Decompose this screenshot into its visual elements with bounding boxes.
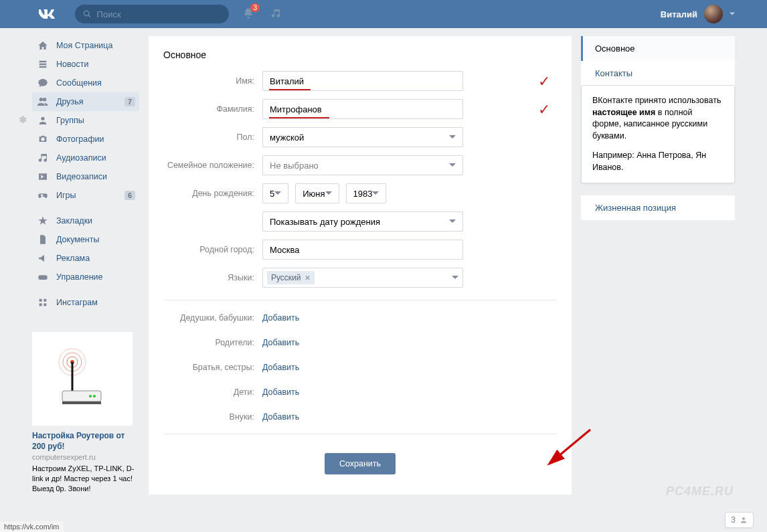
nav-docs[interactable]: Документы: [32, 230, 139, 249]
avatar: [704, 5, 723, 23]
check-icon: ✓: [538, 73, 550, 90]
nav-groups[interactable]: Группы: [32, 111, 139, 130]
nav-secondary: Закладки Документы Реклама Управление: [32, 211, 139, 286]
label-siblings: Братья, сестры:: [163, 363, 262, 372]
nav-my-page[interactable]: Моя Страница: [32, 36, 139, 55]
marital-select[interactable]: Не выбрано: [262, 155, 463, 175]
nav-label: Управление: [56, 272, 103, 282]
nav-photos[interactable]: Фотографии: [32, 130, 139, 149]
nav-messages[interactable]: Сообщения: [32, 74, 139, 92]
manage-icon: [37, 272, 48, 282]
languages-select[interactable]: Русский×: [262, 268, 463, 288]
music-button[interactable]: [270, 8, 281, 21]
nav-label: Видеозаписи: [56, 172, 107, 181]
settings-tabs-sidebar: Основное Контакты ВКонтакте принято испо…: [581, 36, 735, 495]
nav-label: Новости: [56, 60, 88, 69]
bday-year-select[interactable]: 1983: [346, 183, 387, 203]
notifications-button[interactable]: 3: [242, 7, 254, 21]
ad-text: Настроим ZyXEL, TP-LINK, D-link и др! Ма…: [32, 464, 139, 494]
gear-icon: [17, 115, 27, 124]
select-value: 1983: [353, 189, 373, 199]
last-name-input[interactable]: [262, 99, 463, 119]
check-icon: ✓: [538, 101, 550, 118]
chevron-down-icon: [325, 190, 332, 197]
chevron-down-icon: [730, 11, 735, 17]
audio-icon: [37, 153, 48, 163]
label-bday: День рождения:: [163, 189, 262, 198]
bday-visibility-select[interactable]: Показывать дату рождения: [262, 211, 463, 232]
tabs-panel-2: Жизненная позиция: [581, 195, 735, 220]
label-parents: Родители:: [163, 338, 262, 347]
chevron-down-icon: [372, 190, 379, 197]
ad-image: [32, 332, 133, 426]
nav-friends[interactable]: Друзья7: [32, 92, 139, 111]
topbar: 3 Виталий: [0, 0, 767, 28]
nav-label: Фотографии: [56, 135, 104, 144]
add-grandchildren-link[interactable]: Добавить: [262, 412, 299, 422]
hometown-input[interactable]: [262, 240, 463, 260]
select-value: 5: [270, 189, 274, 199]
ads-icon: [37, 253, 48, 264]
nav-bookmarks[interactable]: Закладки: [32, 211, 139, 230]
label-last-name: Фамилия:: [163, 104, 262, 114]
svg-rect-0: [39, 299, 42, 302]
chevron-down-icon: [449, 162, 456, 169]
tab-contacts[interactable]: Контакты: [581, 61, 735, 86]
nav-games[interactable]: Игры6: [32, 186, 139, 205]
docs-icon: [37, 234, 48, 245]
tag-label: Русский: [271, 273, 301, 282]
divider: [163, 300, 557, 300]
nav-label: Инстаграм: [56, 298, 98, 307]
search-input[interactable]: [97, 9, 221, 19]
svg-rect-3: [44, 303, 46, 306]
nav-count: 6: [124, 191, 135, 200]
nav-ads[interactable]: Реклама: [32, 249, 139, 268]
video-icon: [37, 171, 48, 182]
profile-edit-panel: Основное Имя: ✓ Фамилия: ✓: [149, 36, 572, 495]
advertisement[interactable]: Настройка Роутеров от 200 руб! computers…: [32, 332, 139, 494]
svg-rect-10: [62, 402, 101, 404]
vk-logo[interactable]: [32, 5, 62, 23]
groups-icon: [37, 115, 48, 126]
divider: [163, 434, 557, 434]
add-children-link[interactable]: Добавить: [262, 387, 299, 397]
nav-video[interactable]: Видеозаписи: [32, 167, 139, 186]
name-hint-tooltip: ВКонтакте принято использовать настоящее…: [581, 85, 735, 183]
settings-gear-button[interactable]: [17, 115, 27, 126]
label-marital: Семейное положение:: [163, 161, 262, 170]
nav-news[interactable]: Новости: [32, 55, 139, 74]
select-value: Показывать дату рождения: [270, 217, 380, 227]
select-value: Июня: [303, 189, 325, 199]
add-grandparents-link[interactable]: Добавить: [262, 313, 299, 323]
nav-label: Друзья: [56, 97, 84, 106]
tab-life-position[interactable]: Жизненная позиция: [581, 195, 735, 220]
label-grandparents: Дедушки, бабушки:: [163, 313, 262, 323]
search-icon: [83, 9, 92, 19]
search-box[interactable]: [75, 5, 229, 23]
nav-label: Моя Страница: [56, 41, 112, 50]
tab-main[interactable]: Основное: [581, 36, 735, 61]
nav-audio[interactable]: Аудиозаписи: [32, 149, 139, 167]
save-button[interactable]: Сохранить: [325, 453, 396, 474]
svg-point-12: [89, 395, 92, 397]
svg-rect-1: [44, 299, 46, 302]
chevron-down-icon: [449, 134, 456, 141]
games-icon: [37, 190, 48, 201]
user-menu[interactable]: Виталий: [661, 5, 735, 23]
messages-icon: [37, 78, 48, 88]
tabs-panel: Основное Контакты: [581, 36, 735, 86]
label-grandchildren: Внуки:: [163, 412, 262, 422]
gender-select[interactable]: мужской: [262, 127, 463, 147]
remove-tag-button[interactable]: ×: [305, 273, 311, 282]
first-name-input[interactable]: [262, 71, 463, 91]
nav-instagram[interactable]: Инстаграм: [32, 293, 139, 312]
add-parents-link[interactable]: Добавить: [262, 338, 299, 347]
bday-day-select[interactable]: 5: [262, 183, 288, 203]
nav-label: Реклама: [56, 254, 90, 263]
nav-manage[interactable]: Управление: [32, 268, 139, 286]
ad-title: Настройка Роутеров от 200 руб!: [32, 431, 139, 452]
svg-point-11: [93, 395, 96, 397]
bday-month-select[interactable]: Июня: [295, 183, 339, 203]
add-siblings-link[interactable]: Добавить: [262, 363, 299, 372]
chevron-down-icon: [274, 190, 281, 197]
